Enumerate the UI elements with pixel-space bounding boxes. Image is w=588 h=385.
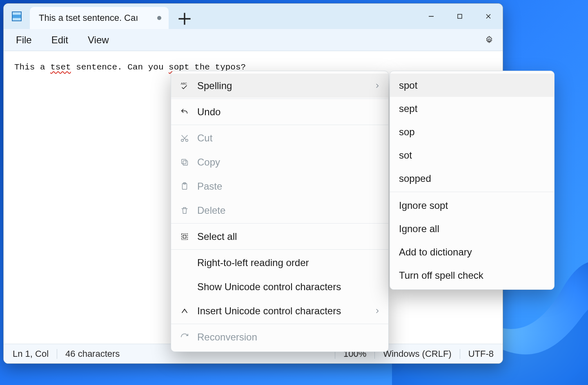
cut-icon [179,134,190,143]
ctx-spelling-label: Spelling [197,80,367,92]
status-line-ending[interactable]: Windows (CRLF) [383,349,451,359]
chevron-right-icon [374,83,380,89]
close-button[interactable] [474,4,503,29]
status-separator [57,349,57,359]
status-encoding[interactable]: UTF-8 [468,349,494,359]
plus-icon [174,9,195,29]
ctx-select-all-label: Select all [197,231,380,242]
ignore-all-label: Ignore all [399,223,439,235]
menu-file[interactable]: File [8,32,40,48]
ctx-insert-unicode-label: Insert Unicode control characters [197,305,367,317]
suggestion-item[interactable]: sept [390,97,554,120]
menu-file-label: File [16,34,32,45]
reconversion-icon [179,333,190,342]
text-segment: sentence. Can you [71,63,169,72]
ctx-spelling[interactable]: ABC Spelling [171,74,388,98]
maximize-icon [457,13,463,20]
svg-point-3 [181,139,184,141]
minimize-button[interactable] [417,4,445,29]
notepad-icon [12,11,22,21]
title-bar[interactable]: This a tset sentence. Caı [4,4,503,29]
minimize-icon [428,13,434,20]
chevron-right-icon [374,308,380,314]
turn-off-spell-check-label: Turn off spell check [399,270,483,281]
menu-edit[interactable]: Edit [43,32,76,48]
menu-view-label: View [88,34,109,45]
status-position: Ln 1, Col [13,349,49,359]
svg-rect-0 [458,14,462,18]
ctx-cut: Cut [171,126,388,150]
menu-edit-label: Edit [51,34,68,45]
ctx-delete-label: Delete [197,205,380,216]
add-to-dictionary[interactable]: Add to dictionary [390,240,554,264]
settings-button[interactable] [480,33,499,47]
ctx-reconversion: Reconversion [171,325,388,349]
ctx-divider [171,223,388,224]
ctx-rtl-label: Right-to-left reading order [197,257,380,269]
svg-rect-5 [183,161,187,165]
ctx-delete: Delete [171,198,388,222]
suggestion-label: sot [399,150,412,161]
ctx-insert-unicode[interactable]: Insert Unicode control characters [171,299,388,323]
ctx-reconversion-label: Reconversion [197,331,380,343]
suggestion-label: sop [399,126,415,138]
window-controls [417,4,503,29]
ctx-paste: Paste [171,174,388,198]
document-tab-title: This a tset sentence. Caı [39,13,138,23]
svg-rect-6 [182,159,186,163]
suggestion-item[interactable]: sot [390,143,554,167]
document-tab[interactable]: This a tset sentence. Caı [30,7,169,29]
ignore-all[interactable]: Ignore all [390,217,554,240]
ctx-divider [171,324,388,324]
tab-strip: This a tset sentence. Caı [30,4,195,29]
app-icon [4,4,30,29]
close-icon [485,13,492,20]
turn-off-spell-check[interactable]: Turn off spell check [390,264,554,287]
copy-icon [179,158,190,167]
title-bar-drag-region[interactable] [195,4,417,29]
trash-icon [179,206,190,215]
svg-rect-9 [182,233,188,240]
ctx-rtl[interactable]: Right-to-left reading order [171,251,388,275]
spelling-submenu: spot sept sop sot sopped Ignore sopt Ign… [390,71,555,290]
suggestion-label: sopped [399,173,431,184]
ctx-divider [171,249,388,250]
menu-view[interactable]: View [80,32,117,48]
ctx-select-all[interactable]: Select all [171,224,388,248]
suggestion-item[interactable]: sopped [390,167,554,190]
svg-point-4 [186,139,188,141]
maximize-button[interactable] [445,4,474,29]
suggestion-item[interactable]: sop [390,120,554,143]
status-char-count: 46 characters [65,349,120,359]
ignore-word-label: Ignore sopt [399,200,448,211]
spellcheck-icon: ABC [179,81,190,90]
paste-icon [179,182,190,191]
svg-rect-10 [183,235,186,238]
suggestion-item[interactable]: spot [390,74,554,97]
add-to-dictionary-label: Add to dictionary [399,246,472,258]
select-all-icon [179,232,190,241]
ctx-copy-label: Copy [197,157,380,168]
undo-icon [179,107,190,116]
menu-bar: File Edit View [4,29,503,51]
context-menu: ABC Spelling Undo Cut Copy Paste [171,71,389,352]
suggestion-label: spot [399,80,417,91]
misspelled-word: tset [50,63,71,72]
new-tab-button[interactable] [174,9,195,29]
ctx-divider [171,125,388,125]
ignore-word[interactable]: Ignore sopt [390,194,554,217]
caret-icon [179,307,190,316]
ctx-show-unicode-label: Show Unicode control characters [197,281,380,293]
svg-text:ABC: ABC [181,82,187,85]
submenu-divider [390,192,554,192]
ctx-divider [171,98,388,99]
ctx-copy: Copy [171,150,388,174]
ctx-cut-label: Cut [197,132,380,144]
status-separator [460,349,460,359]
ctx-paste-label: Paste [197,181,380,192]
ctx-show-unicode[interactable]: Show Unicode control characters [171,275,388,299]
unsaved-indicator-icon [157,16,161,20]
svg-point-1 [488,39,490,41]
text-segment: This a [14,63,50,72]
ctx-undo[interactable]: Undo [171,100,388,124]
